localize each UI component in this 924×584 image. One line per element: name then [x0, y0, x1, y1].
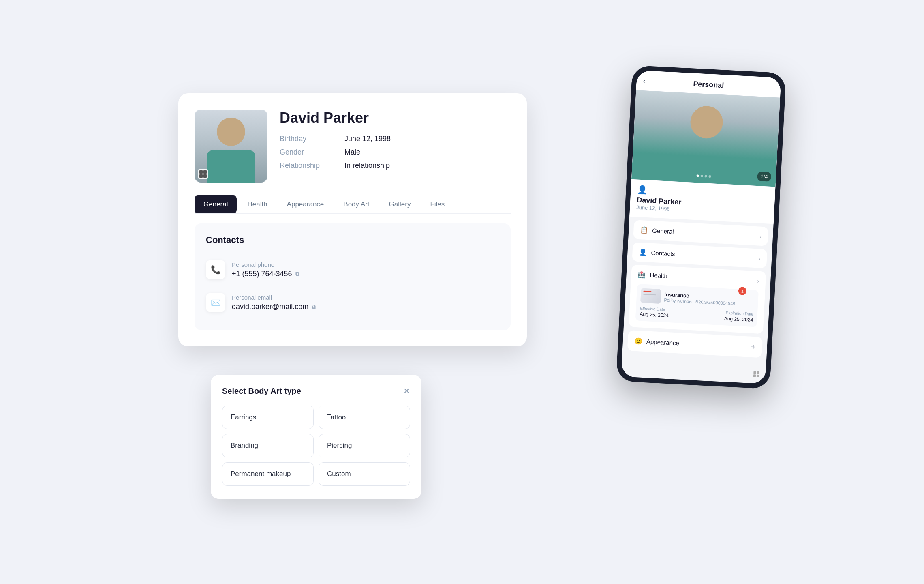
contact-email: ✉️ Personal email david.parker@mail.com … [206, 286, 499, 319]
tab-general[interactable]: General [195, 195, 237, 213]
birthday-value: June 12, 1998 [344, 135, 511, 143]
photo-counter: 1/4 [757, 172, 771, 182]
phone-hero-photo: 1/4 [631, 90, 780, 187]
general-header: 📋 General › [633, 220, 768, 246]
close-button[interactable]: ✕ [403, 386, 410, 396]
copy-phone-icon[interactable]: ⧉ [295, 271, 299, 277]
body-art-dropdown: Select Body Art type ✕ Earrings Tattoo B… [211, 375, 421, 499]
phone-type: Personal phone [232, 261, 499, 268]
dot-3 [704, 175, 707, 177]
phone-sections: 📋 General › 👤 Contacts › [622, 217, 773, 361]
dot-1 [696, 174, 699, 177]
contacts-header: 👤 Contacts › [632, 242, 767, 268]
effective-date: Effective Date Aug 25, 2024 [640, 306, 669, 318]
option-permanent-makeup[interactable]: Permanent makeup [222, 462, 314, 486]
relationship-value: In relationship [344, 161, 511, 170]
mobile-photo [631, 90, 780, 187]
mobile-section-appearance: 🙂 Appearance + [627, 330, 763, 358]
general-left: 📋 General [640, 226, 674, 235]
dot-4 [708, 175, 711, 178]
option-piercing[interactable]: Piercing [319, 434, 410, 457]
birthday-label: Birthday [280, 135, 336, 143]
profile-name: David Parker [280, 110, 511, 127]
insurance-thumbnail [640, 288, 661, 304]
appearance-label: Appearance [646, 338, 680, 346]
phone-value: +1 (555) 764-3456 ⧉ [232, 270, 499, 278]
email-details: Personal email david.parker@mail.com ⧉ [232, 294, 499, 311]
contacts-chevron: › [758, 255, 761, 262]
copy-email-icon[interactable]: ⧉ [312, 303, 316, 310]
qr-badge [198, 169, 208, 179]
appearance-icon: 🙂 [634, 337, 643, 345]
mobile-section-general[interactable]: 📋 General › [633, 220, 768, 246]
appearance-left: 🙂 Appearance [634, 337, 680, 347]
gender-label: Gender [280, 148, 336, 157]
desktop-profile-card: David Parker Birthday June 12, 1998 Gend… [178, 93, 527, 346]
option-earrings[interactable]: Earrings [222, 406, 314, 429]
profile-header: David Parker Birthday June 12, 1998 Gend… [195, 110, 511, 182]
option-branding[interactable]: Branding [222, 434, 314, 457]
contacts-title: Contacts [206, 235, 499, 245]
email-type: Personal email [232, 294, 499, 301]
general-icon: 📋 [640, 226, 648, 234]
contacts-label: Contacts [651, 249, 675, 258]
option-custom[interactable]: Custom [319, 462, 410, 486]
profile-fields: Birthday June 12, 1998 Gender Male Relat… [280, 135, 511, 170]
phone-details: Personal phone +1 (555) 764-3456 ⧉ [232, 261, 499, 278]
phone-icon: 📞 [206, 260, 225, 279]
option-tattoo[interactable]: Tattoo [319, 406, 410, 429]
tab-gallery[interactable]: Gallery [380, 195, 420, 213]
insurance-header: Insurance Policy Number: B2CSG5000004549 [640, 288, 755, 309]
tabs-bar: General Health Appearance Body Art Galle… [195, 195, 511, 214]
general-chevron: › [759, 233, 762, 239]
contacts-left: 👤 Contacts [639, 248, 675, 258]
phone-page-title: Personal [693, 80, 724, 90]
contacts-section: Contacts 📞 Personal phone +1 (555) 764-3… [195, 223, 511, 330]
general-label: General [652, 227, 674, 235]
insurance-dates: Effective Date Aug 25, 2024 Expiration D… [640, 306, 753, 323]
health-chevron: › [757, 277, 759, 284]
tab-files[interactable]: Files [421, 195, 453, 213]
contact-phone: 📞 Personal phone +1 (555) 764-3456 ⧉ [206, 253, 499, 286]
profile-photo [195, 110, 267, 182]
body-art-grid: Earrings Tattoo Branding Piercing Perman… [222, 406, 410, 486]
phone-screen: ‹ Personal 1/4 👤 David Parker June 12, 1… [621, 70, 781, 384]
dot-2 [700, 175, 703, 177]
dropdown-header: Select Body Art type ✕ [222, 386, 410, 396]
insurance-card[interactable]: 1 Insurance Policy Number: B2CSG50000045… [635, 284, 759, 327]
contacts-icon: 👤 [639, 248, 647, 256]
add-icon[interactable]: + [751, 342, 756, 352]
back-button[interactable]: ‹ [643, 77, 646, 86]
email-value: david.parker@mail.com ⧉ [232, 303, 499, 311]
tab-appearance[interactable]: Appearance [278, 195, 333, 213]
email-icon: ✉️ [206, 293, 225, 312]
tab-health[interactable]: Health [238, 195, 276, 213]
expiration-date: Expiration Date Aug 25, 2024 [724, 310, 754, 323]
appearance-header[interactable]: 🙂 Appearance + [627, 330, 763, 358]
mobile-section-contacts[interactable]: 👤 Contacts › [632, 242, 767, 268]
mobile-qr-icon [753, 371, 759, 377]
tab-body-art[interactable]: Body Art [334, 195, 378, 213]
health-icon: 🏥 [637, 271, 646, 279]
relationship-label: Relationship [280, 161, 336, 170]
mobile-section-health: 🏥 Health › 1 Insurance [629, 264, 766, 334]
profile-info: David Parker Birthday June 12, 1998 Gend… [280, 110, 511, 170]
gender-value: Male [344, 148, 511, 157]
health-label: Health [650, 272, 667, 279]
dropdown-title: Select Body Art type [222, 386, 301, 396]
mobile-phone: ‹ Personal 1/4 👤 David Parker June 12, 1… [616, 65, 786, 389]
health-left: 🏥 Health [637, 271, 667, 280]
